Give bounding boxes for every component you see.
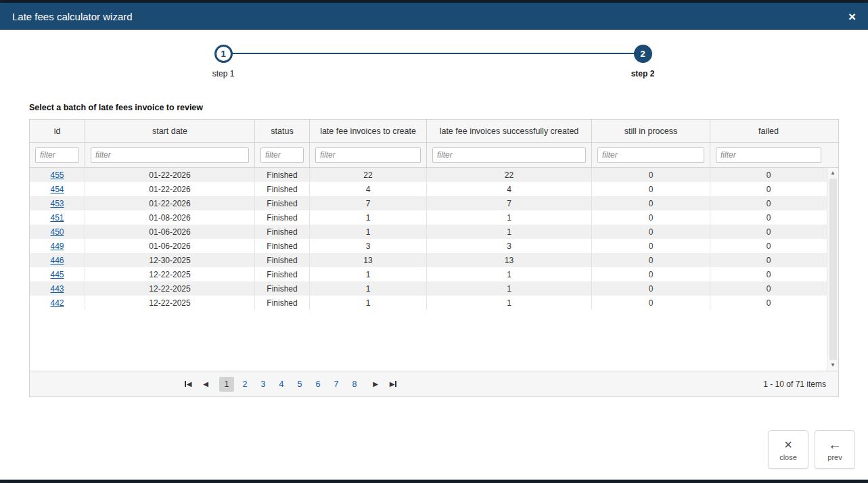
row-cell: 0 xyxy=(710,225,827,239)
row-cell: 7 xyxy=(309,196,426,210)
row-cell: 0 xyxy=(710,239,827,253)
pager-last-button[interactable]: ▶ xyxy=(385,376,401,392)
row-id-link[interactable]: 449 xyxy=(50,242,64,251)
row-cell: 7 xyxy=(426,196,591,210)
pager-page-8[interactable]: 8 xyxy=(347,377,362,392)
row-cell: 1 xyxy=(309,267,426,281)
pager-page-7[interactable]: 7 xyxy=(329,377,344,392)
row-id-cell: 454 xyxy=(30,182,85,196)
row-cell: 0 xyxy=(591,225,710,239)
pager-page-5[interactable]: 5 xyxy=(292,377,307,392)
stepper-connector-line xyxy=(223,53,643,54)
row-cell: 01-06-2026 xyxy=(85,239,254,253)
pager-page-4[interactable]: 4 xyxy=(274,377,289,392)
pager-page-3[interactable]: 3 xyxy=(256,377,271,392)
row-id-link[interactable]: 442 xyxy=(50,298,64,308)
row-cell: 3 xyxy=(426,239,591,253)
row-cell: 0 xyxy=(591,253,710,267)
filter-cell-id xyxy=(30,143,85,167)
column-header-id[interactable]: id xyxy=(30,120,85,142)
scroll-up-icon[interactable]: ▲ xyxy=(830,170,836,177)
row-cell: Finished xyxy=(254,210,309,225)
row-cell: 3 xyxy=(309,239,426,253)
row-id-link[interactable]: 454 xyxy=(50,185,64,194)
scroll-down-icon[interactable]: ▼ xyxy=(830,362,836,369)
close-button-label: close xyxy=(779,453,797,461)
table-row[interactable]: 45501-22-2026Finished222200 xyxy=(30,168,827,182)
filter-input-invoices-to-create[interactable] xyxy=(315,147,421,163)
filter-input-start-date[interactable] xyxy=(91,147,249,163)
prev-button[interactable]: ← prev xyxy=(815,430,855,469)
pager-page-6[interactable]: 6 xyxy=(311,377,325,392)
column-header-still-in-process[interactable]: still in process xyxy=(591,120,710,142)
row-cell: 0 xyxy=(591,239,710,253)
filter-cell-start-date xyxy=(85,143,254,167)
stepper-step-1[interactable]: 1 step 1 xyxy=(176,45,271,78)
pager-next-button[interactable]: ▶ xyxy=(367,376,384,392)
close-button[interactable]: × close xyxy=(768,430,808,469)
row-id-link[interactable]: 443 xyxy=(50,284,64,294)
row-id-link[interactable]: 455 xyxy=(50,170,64,180)
column-header-failed[interactable]: failed xyxy=(710,120,827,142)
row-id-link[interactable]: 453 xyxy=(50,199,64,208)
column-header-invoices-to-create[interactable]: late fee invoices to create xyxy=(309,120,426,142)
pager-nav: ◀ ◀ 12345678 ▶ ▶ xyxy=(180,376,401,392)
row-cell: 1 xyxy=(309,225,426,239)
row-id-cell: 445 xyxy=(30,267,85,281)
pager-prev-button[interactable]: ◀ xyxy=(198,376,214,392)
table-row[interactable]: 44512-22-2025Finished1100 xyxy=(30,267,827,281)
step-2-circle[interactable]: 2 xyxy=(634,45,652,63)
table-row[interactable]: 44212-22-2025Finished1100 xyxy=(30,296,827,310)
row-id-link[interactable]: 446 xyxy=(50,256,64,265)
row-cell: 1 xyxy=(309,210,426,225)
column-header-invoices-created[interactable]: late fee invoices successfully created xyxy=(426,120,591,142)
grid-pager: ◀ ◀ 12345678 ▶ ▶ 1 - 10 of 71 items xyxy=(30,371,838,396)
late-fees-wizard-dialog: Late fees calculator wizard × 1 step 1 2… xyxy=(0,3,868,480)
scrollbar-thumb[interactable] xyxy=(829,179,837,360)
pager-page-1[interactable]: 1 xyxy=(219,377,234,392)
table-row[interactable]: 45401-22-2026Finished4400 xyxy=(30,182,827,196)
table-row[interactable]: 44612-30-2025Finished131300 xyxy=(30,253,827,267)
column-header-status[interactable]: status xyxy=(254,120,309,142)
step-2-label: step 2 xyxy=(595,69,690,78)
row-cell: 0 xyxy=(591,210,710,225)
filter-input-status[interactable] xyxy=(260,147,304,163)
row-id-cell: 453 xyxy=(30,196,85,210)
row-cell: 0 xyxy=(591,281,710,296)
filter-input-invoices-created[interactable] xyxy=(432,147,586,163)
row-cell: 0 xyxy=(710,182,827,196)
filter-input-still-in-process[interactable] xyxy=(597,147,704,163)
batch-grid: id start date status late fee invoices t… xyxy=(29,119,839,397)
table-row[interactable]: 44312-22-2025Finished1100 xyxy=(30,281,827,296)
row-cell: 1 xyxy=(309,296,426,310)
row-cell: 0 xyxy=(710,281,827,296)
dialog-close-icon[interactable]: × xyxy=(848,10,856,23)
row-id-link[interactable]: 445 xyxy=(50,270,64,279)
stepper-step-2[interactable]: 2 step 2 xyxy=(595,45,690,78)
row-cell: Finished xyxy=(254,196,309,210)
table-row[interactable]: 44901-06-2026Finished3300 xyxy=(30,239,827,253)
row-id-cell: 449 xyxy=(30,239,85,253)
column-header-start-date[interactable]: start date xyxy=(85,120,254,142)
filter-cell-invoices-to-create xyxy=(309,143,426,167)
step-1-circle[interactable]: 1 xyxy=(214,45,233,63)
filter-input-failed[interactable] xyxy=(716,147,821,163)
row-id-link[interactable]: 450 xyxy=(50,227,64,237)
row-id-cell: 450 xyxy=(30,225,85,239)
row-cell: Finished xyxy=(254,267,309,281)
table-row[interactable]: 45301-22-2026Finished7700 xyxy=(30,196,827,210)
row-cell: 12-22-2025 xyxy=(85,267,254,281)
filter-input-id[interactable] xyxy=(35,147,79,163)
row-id-link[interactable]: 451 xyxy=(50,213,64,223)
pager-next-icon: ▶ xyxy=(373,380,378,388)
row-cell: 0 xyxy=(710,253,827,267)
table-row[interactable]: 45101-08-2026Finished1100 xyxy=(30,210,827,225)
pager-first-button[interactable]: ◀ xyxy=(180,376,196,392)
pager-page-2[interactable]: 2 xyxy=(237,377,252,392)
table-row[interactable]: 45001-06-2026Finished1100 xyxy=(30,225,827,239)
row-cell: 1 xyxy=(426,210,591,225)
row-id-cell: 455 xyxy=(30,168,85,182)
row-cell: 0 xyxy=(591,182,710,196)
row-cell: 4 xyxy=(426,182,591,196)
vertical-scrollbar[interactable]: ▲ ▼ xyxy=(827,168,838,371)
